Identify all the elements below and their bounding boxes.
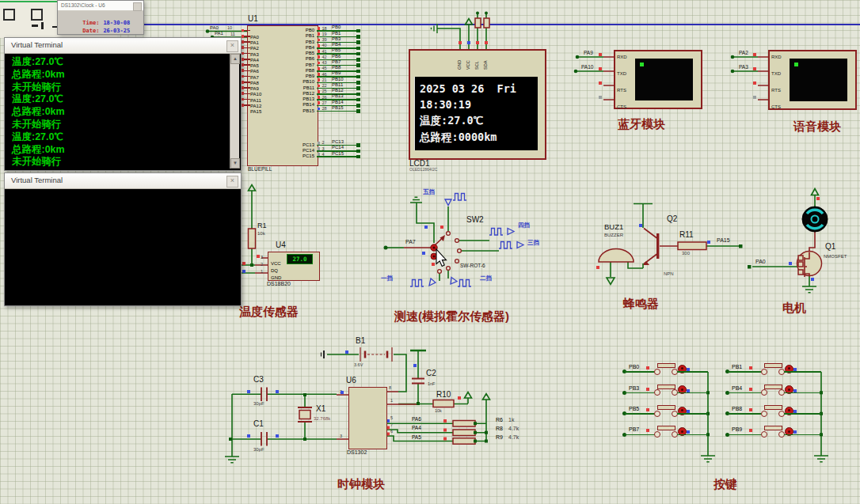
mouse-cursor [436,249,447,267]
proteus-workspace: U1 BLUEPILL PA0 10 PA1 11 PA0PA1PA2PA3PA… [0,0,860,504]
cursor-layer [0,0,860,504]
